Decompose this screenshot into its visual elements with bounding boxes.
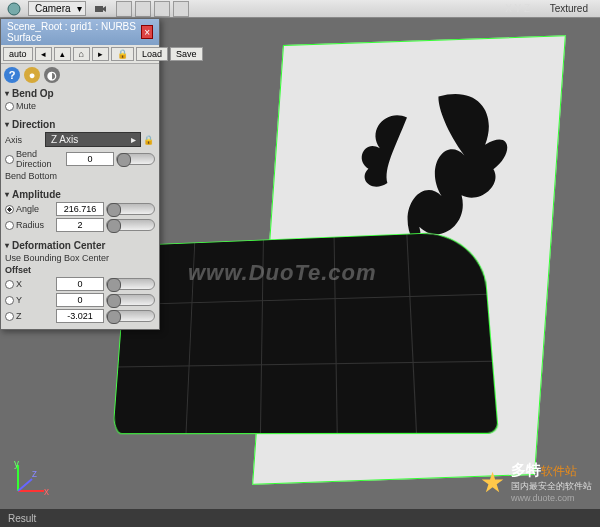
section-amplitude: Amplitude Angle 216.716 Radius 2 bbox=[1, 187, 159, 238]
offset-x-label: X bbox=[16, 279, 54, 289]
offset-x-radio[interactable] bbox=[5, 280, 14, 289]
property-panel: Scene_Root : grid1 : NURBS Surface × aut… bbox=[0, 18, 160, 330]
offset-z-input[interactable]: -3.021 bbox=[56, 309, 104, 323]
shade-options-button[interactable] bbox=[154, 1, 170, 17]
nav-home-button[interactable]: ⌂ bbox=[73, 47, 90, 61]
pin-icon[interactable]: ◐ bbox=[44, 67, 60, 83]
xyz-label: X Y Z bbox=[505, 3, 530, 14]
star-icon: ★ bbox=[480, 466, 505, 499]
site-logo: ★ 多特软件站 国内最安全的软件站 www.duote.com bbox=[480, 461, 592, 503]
svg-line-5 bbox=[18, 479, 32, 491]
svg-rect-1 bbox=[95, 6, 103, 12]
radius-input[interactable]: 2 bbox=[56, 218, 104, 232]
bend-direction-radio[interactable] bbox=[5, 155, 14, 164]
section-direction: Direction Axis Z Axis 🔒 Bend Direction 0… bbox=[1, 117, 159, 187]
offset-y-label: Y bbox=[16, 295, 54, 305]
axis-select[interactable]: Z Axis bbox=[45, 132, 141, 147]
reset-icon[interactable]: ● bbox=[24, 67, 40, 83]
offset-y-input[interactable]: 0 bbox=[56, 293, 104, 307]
mute-radio[interactable] bbox=[5, 102, 14, 111]
shading-dropdown[interactable]: Textured bbox=[550, 3, 596, 14]
logo-name: 多特 bbox=[511, 461, 541, 478]
auto-button[interactable]: auto bbox=[3, 47, 33, 61]
angle-label: Angle bbox=[16, 204, 54, 214]
offset-x-slider[interactable] bbox=[106, 278, 155, 290]
section-deformation-center: Deformation Center Use Bounding Box Cent… bbox=[1, 238, 159, 329]
svg-point-0 bbox=[8, 3, 20, 15]
logo-url: www.duote.com bbox=[511, 493, 592, 503]
nurbs-surface-bent[interactable] bbox=[112, 231, 499, 435]
panel-titlebar[interactable]: Scene_Root : grid1 : NURBS Surface × bbox=[1, 19, 159, 45]
axis-gizmo: x y z bbox=[10, 459, 50, 499]
radius-label: Radius bbox=[16, 220, 54, 230]
status-bar: Result bbox=[0, 509, 600, 527]
lock-icon[interactable]: 🔒 bbox=[143, 135, 153, 145]
close-icon[interactable]: × bbox=[141, 25, 153, 39]
section-bend-op: Bend Op Mute bbox=[1, 86, 159, 117]
bend-bottom-label: Bend Bottom bbox=[5, 171, 63, 181]
angle-input[interactable]: 216.716 bbox=[56, 202, 104, 216]
mute-label: Mute bbox=[16, 101, 54, 111]
bend-direction-input[interactable]: 0 bbox=[66, 152, 114, 166]
angle-radio[interactable] bbox=[5, 205, 14, 214]
app-icon bbox=[7, 2, 21, 16]
offset-z-slider[interactable] bbox=[106, 310, 155, 322]
svg-text:x: x bbox=[44, 486, 49, 497]
wireframe-mode-button[interactable] bbox=[116, 1, 132, 17]
bend-direction-label: Bend Direction bbox=[16, 149, 64, 169]
bend-op-header[interactable]: Bend Op bbox=[5, 88, 155, 99]
amplitude-header[interactable]: Amplitude bbox=[5, 189, 155, 200]
bend-direction-slider[interactable] bbox=[116, 153, 155, 165]
save-button[interactable]: Save bbox=[170, 47, 203, 61]
radius-radio[interactable] bbox=[5, 221, 14, 230]
logo-suffix: 软件站 bbox=[541, 464, 577, 478]
radius-slider[interactable] bbox=[106, 219, 155, 231]
angle-slider[interactable] bbox=[106, 203, 155, 215]
nav-back-button[interactable]: ◂ bbox=[35, 47, 52, 61]
camera-icon[interactable] bbox=[93, 2, 107, 16]
lock-button[interactable]: 🔒 bbox=[111, 47, 134, 61]
nav-up-button[interactable]: ▴ bbox=[54, 47, 71, 61]
panel-toolbar: auto ◂ ▴ ⌂ ▸ 🔒 Load Save bbox=[1, 45, 159, 64]
menubar: Camera X Y Z Textured bbox=[0, 0, 600, 18]
load-button[interactable]: Load bbox=[136, 47, 168, 61]
svg-marker-2 bbox=[103, 6, 106, 12]
offset-y-slider[interactable] bbox=[106, 294, 155, 306]
nav-fwd-button[interactable]: ▸ bbox=[92, 47, 109, 61]
axis-label: Axis bbox=[5, 135, 43, 145]
offset-z-label: Z bbox=[16, 311, 54, 321]
offset-x-input[interactable]: 0 bbox=[56, 277, 104, 291]
use-bbox-label: Use Bounding Box Center bbox=[5, 253, 109, 263]
offset-z-radio[interactable] bbox=[5, 312, 14, 321]
offset-y-radio[interactable] bbox=[5, 296, 14, 305]
offset-label: Offset bbox=[5, 265, 43, 275]
status-text: Result bbox=[8, 513, 36, 524]
panel-title-text: Scene_Root : grid1 : NURBS Surface bbox=[7, 21, 141, 43]
shaded-mode-button[interactable] bbox=[135, 1, 151, 17]
direction-header[interactable]: Direction bbox=[5, 119, 155, 130]
logo-tagline: 国内最安全的软件站 bbox=[511, 480, 592, 493]
svg-text:z: z bbox=[32, 468, 37, 479]
svg-text:y: y bbox=[14, 459, 19, 469]
camera-dropdown[interactable]: Camera bbox=[28, 1, 86, 16]
grid-toggle-button[interactable] bbox=[173, 1, 189, 17]
deformation-center-header[interactable]: Deformation Center bbox=[5, 240, 155, 251]
help-icon[interactable]: ? bbox=[4, 67, 20, 83]
panel-help-row: ? ● ◐ bbox=[1, 64, 159, 86]
viewport-toolbar bbox=[116, 1, 189, 17]
